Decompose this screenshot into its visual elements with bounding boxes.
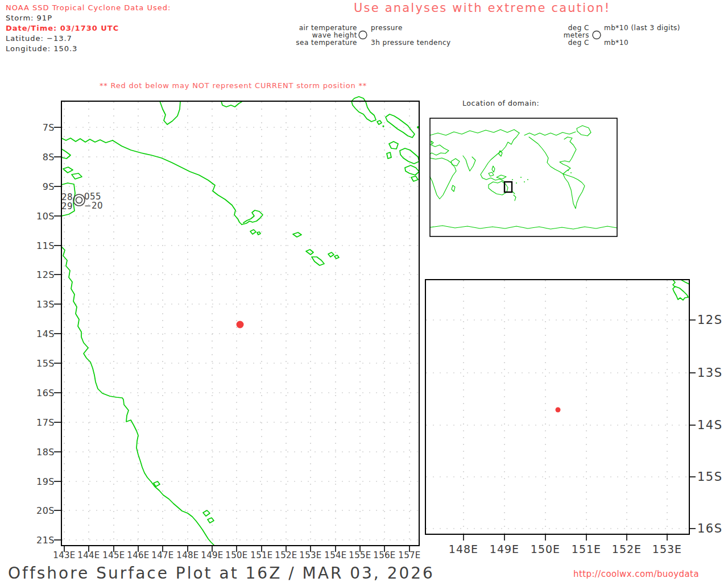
zoom-map-grid xyxy=(426,280,689,534)
offshore-surface-plot: NOAA SSD Tropical Cyclone Data Used: Sto… xyxy=(0,0,728,582)
main-lon-label: 157E xyxy=(397,550,422,560)
plot-title: Offshore Surface Plot at 16Z / MAR 03, 2… xyxy=(8,564,435,582)
coastline-nz xyxy=(512,192,516,201)
coastline-new-guinea xyxy=(497,175,506,179)
zoom-lon-label: 148E xyxy=(445,543,482,555)
coastline-choiseul xyxy=(386,114,415,138)
units-deg-c-bottom: deg C xyxy=(546,39,589,47)
zoom-lat-label: 14S xyxy=(697,418,723,432)
main-lon-label: 149E xyxy=(200,550,225,560)
inset-map-title: Location of domain: xyxy=(462,99,539,107)
main-lon-label: 143E xyxy=(52,550,77,560)
coastline-se-asia xyxy=(482,166,504,181)
coastline-na-west xyxy=(529,137,563,174)
zoom-lon-label: 153E xyxy=(649,543,685,555)
main-lon-label: 156E xyxy=(372,550,397,560)
coastline-south-america xyxy=(563,174,585,209)
legend-sea-temperature: sea temperature xyxy=(283,39,357,47)
main-lon-label: 154E xyxy=(323,550,348,560)
main-map-ticks xyxy=(54,127,410,552)
zoom-lat-label: 15S xyxy=(697,470,723,484)
legend-wave-height: wave height xyxy=(283,31,357,39)
main-lat-label: 7S xyxy=(23,122,55,133)
main-lat-label: 11S xyxy=(23,240,55,251)
zoom-lat-label: 12S xyxy=(697,313,723,327)
caution-banner: Use analyses with extreme caution! xyxy=(354,1,610,15)
coastline-europe xyxy=(430,144,449,155)
main-lat-label: 20S xyxy=(23,505,55,516)
main-lat-label: 17S xyxy=(23,417,55,428)
zoom-map-frame xyxy=(425,280,689,534)
units-mb10-top: mb*10 (last 3 digits) xyxy=(604,24,680,32)
zoom-lon-label: 149E xyxy=(486,543,523,555)
main-lon-label: 146E xyxy=(126,550,151,560)
zoom-lon-label: 152E xyxy=(609,543,645,555)
islet-dot xyxy=(382,125,384,127)
main-lat-label: 16S xyxy=(23,388,55,398)
units-deg-c-top: deg C xyxy=(546,24,589,32)
coastline-torres-islands xyxy=(63,167,82,179)
zoom-map-coastline xyxy=(673,280,689,300)
station-tendency: −20 xyxy=(84,201,103,211)
legend-pressure-tendency: 3h pressure tendency xyxy=(371,39,451,47)
inset-world-map xyxy=(430,118,617,236)
coastline-arabia xyxy=(451,159,460,166)
coastline-milne-islets xyxy=(250,230,260,235)
main-lat-label: 19S xyxy=(23,476,55,487)
storm-position-warning: ** Red dot below may NOT represent CURRE… xyxy=(100,81,367,90)
coastline-na-east xyxy=(560,137,576,174)
main-lon-label: 153E xyxy=(298,550,323,560)
main-lat-label: 10S xyxy=(23,211,55,222)
header-latitude-line: Latitude: −13.7 xyxy=(6,34,72,43)
coastline-fly-river xyxy=(160,101,180,124)
units-meters: meters xyxy=(546,31,589,39)
coastline-new-britain-tip xyxy=(221,101,242,107)
coastline-madagascar xyxy=(452,185,455,192)
coastline-siberia xyxy=(430,130,519,135)
main-lat-label: 13S xyxy=(23,299,55,310)
zoom-lon-label: 151E xyxy=(568,543,605,555)
zoom-lat-label: 13S xyxy=(697,366,723,380)
coastline-louisiade xyxy=(293,232,339,265)
zoom-lat-label: 16S xyxy=(697,522,723,535)
main-lat-label: 9S xyxy=(23,181,55,192)
header-datetime-line: Date/Time: 03/1730 UTC xyxy=(6,24,119,32)
coastline-solomons xyxy=(387,142,419,181)
header-longitude-line: Longitude: 150.3 xyxy=(6,44,77,53)
main-lat-label: 12S xyxy=(23,269,55,280)
legend-pressure: pressure xyxy=(371,24,403,32)
main-lon-label: 155E xyxy=(348,550,373,560)
zoom-map-ticks xyxy=(464,320,696,541)
main-lon-label: 148E xyxy=(175,550,200,560)
storm-dot-main xyxy=(237,321,244,329)
coastline-milne-bay xyxy=(242,210,263,225)
coastline-uk xyxy=(431,141,433,144)
source-url: http://coolwx.com/buoydata xyxy=(573,569,699,579)
main-lat-label: 18S xyxy=(23,447,55,458)
header-storm-line: Storm: 91P xyxy=(6,14,52,22)
legend-air-temperature: air temperature xyxy=(283,24,357,32)
units-mb10-bottom: mb*10 xyxy=(604,39,628,47)
zoom-lon-label: 150E xyxy=(527,543,564,555)
coastline-png-south xyxy=(113,140,242,225)
coastline-india xyxy=(463,156,475,171)
station-legend-circle xyxy=(359,31,367,39)
main-lat-label: 15S xyxy=(23,358,55,369)
pacific-island-dots xyxy=(512,170,572,184)
main-lon-label: 150E xyxy=(224,550,249,560)
storm-dot-zoom xyxy=(556,408,561,413)
coastline-gulf-delta xyxy=(61,138,113,143)
station-sea-temp: 29 xyxy=(56,201,73,211)
main-lon-label: 147E xyxy=(150,550,175,560)
coastline-antarctica xyxy=(430,226,617,229)
coastline-japan xyxy=(499,151,502,156)
main-lon-label: 151E xyxy=(249,550,274,560)
coastline-qld-islands xyxy=(154,481,214,523)
coastline-greenland xyxy=(577,126,591,136)
main-lon-label: 152E xyxy=(274,550,299,560)
station-plot-symbol xyxy=(73,194,85,206)
coastline-na-arctic xyxy=(524,132,576,135)
main-lon-label: 144E xyxy=(76,550,101,560)
main-lon-label: 145E xyxy=(101,550,126,560)
main-lat-label: 8S xyxy=(23,152,55,163)
